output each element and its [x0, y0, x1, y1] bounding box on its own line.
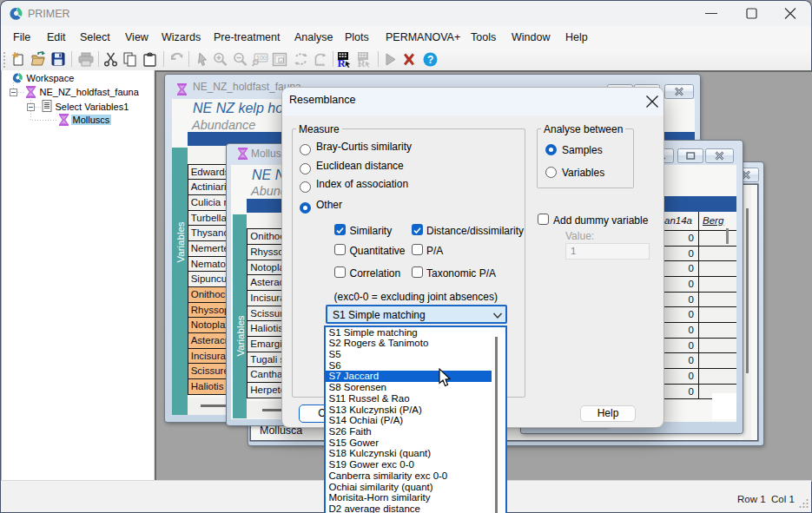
svg-text:100: 100 — [256, 55, 267, 61]
svg-text:?: ? — [427, 54, 433, 66]
